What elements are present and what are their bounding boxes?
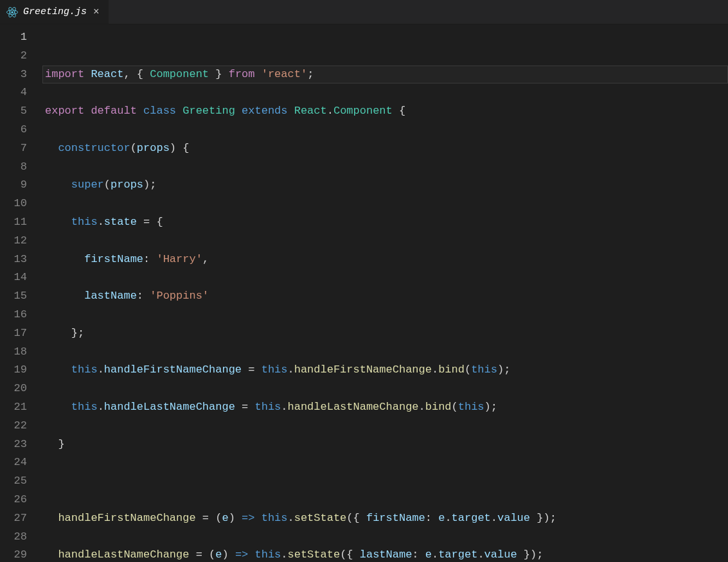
line-number: 8 xyxy=(0,158,27,177)
tab-bar: Greeting.js × xyxy=(0,0,728,24)
line-number: 24 xyxy=(0,453,27,472)
code-line: firstName: 'Harry', xyxy=(45,250,728,269)
line-number: 2 xyxy=(0,47,27,66)
code-area[interactable]: import React, { Component } from 'react'… xyxy=(45,28,728,562)
code-line: lastName: 'Poppins' xyxy=(45,287,728,306)
code-line: import React, { Component } from 'react'… xyxy=(42,66,728,84)
line-number: 7 xyxy=(0,139,27,158)
line-number: 9 xyxy=(0,176,27,195)
line-number: 25 xyxy=(0,472,27,491)
line-number: 12 xyxy=(0,232,27,250)
tab-filename: Greeting.js xyxy=(23,6,87,17)
line-number: 20 xyxy=(0,380,27,398)
code-line: constructor(props) { xyxy=(45,139,728,158)
line-number: 17 xyxy=(0,324,27,343)
code-line: export default class Greeting extends Re… xyxy=(45,102,728,121)
line-number: 3 xyxy=(0,66,27,84)
line-number: 27 xyxy=(0,509,27,528)
line-number: 22 xyxy=(0,417,27,435)
line-number: 26 xyxy=(0,491,27,509)
code-line: this.state = { xyxy=(45,213,728,232)
line-number: 18 xyxy=(0,343,27,362)
line-number: 23 xyxy=(0,435,27,454)
code-line: handleFirstNameChange = (e) => this.setS… xyxy=(45,509,728,528)
line-number: 4 xyxy=(0,83,27,102)
code-line: handleLastNameChange = (e) => this.setSt… xyxy=(45,546,728,562)
line-number: 13 xyxy=(0,250,27,269)
line-number: 19 xyxy=(0,361,27,380)
line-number: 29 xyxy=(0,546,27,562)
code-line: this.handleLastNameChange = this.handleL… xyxy=(45,398,728,417)
react-icon xyxy=(6,6,18,18)
line-number: 15 xyxy=(0,287,27,306)
line-number: 11 xyxy=(0,213,27,232)
code-line xyxy=(45,472,728,491)
line-number: 14 xyxy=(0,268,27,287)
line-number: 16 xyxy=(0,306,27,324)
line-number-gutter: 1234567891011121314151617181920212223242… xyxy=(0,28,45,562)
line-number: 6 xyxy=(0,121,27,139)
line-number: 21 xyxy=(0,398,27,417)
close-icon[interactable]: × xyxy=(92,6,101,18)
line-number: 5 xyxy=(0,102,27,121)
svg-point-0 xyxy=(11,11,13,13)
line-number: 10 xyxy=(0,195,27,213)
code-line: this.handleFirstNameChange = this.handle… xyxy=(45,361,728,380)
line-number: 28 xyxy=(0,528,27,547)
code-line: } xyxy=(45,435,728,454)
tab-greeting-js[interactable]: Greeting.js × xyxy=(0,0,109,24)
code-line: }; xyxy=(45,324,728,343)
code-line: super(props); xyxy=(45,176,728,195)
editor: 1234567891011121314151617181920212223242… xyxy=(0,24,728,562)
line-number: 1 xyxy=(0,28,27,47)
